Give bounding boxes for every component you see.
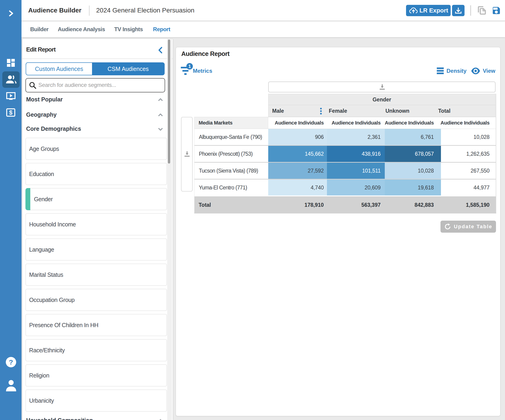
- svg-text:1: 1: [188, 64, 191, 69]
